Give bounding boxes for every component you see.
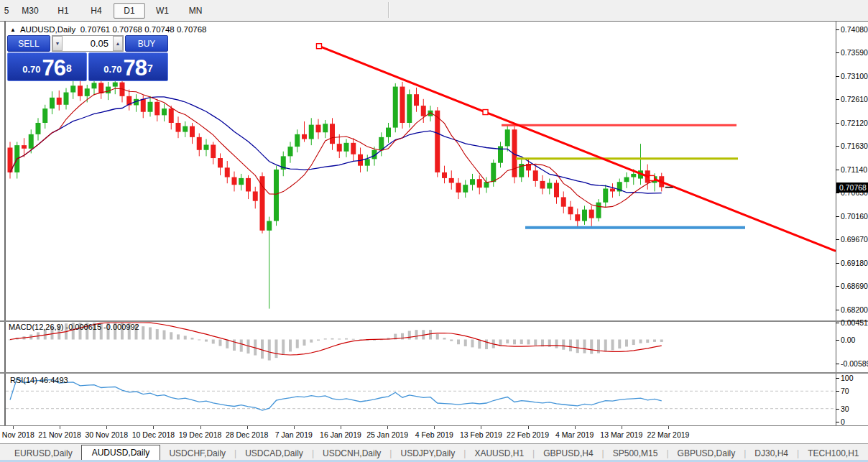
time-axis-label: 4 Mar 2019 [555, 430, 594, 439]
candle-body [631, 174, 636, 177]
time-axis-label: 28 Dec 2018 [226, 430, 269, 439]
macd-histogram-bar [212, 340, 215, 344]
candle-body [561, 197, 566, 206]
price-axis-label: 0.68200 [841, 305, 868, 314]
trendline-anchor-handle[interactable] [316, 44, 321, 49]
candle-body [596, 203, 601, 218]
time-axis[interactable]: 12 Nov 201821 Nov 201830 Nov 201810 Dec … [0, 426, 868, 443]
candle-body [624, 177, 629, 183]
price-axis-label: 0.71630 [841, 142, 868, 150]
time-axis-tick [13, 426, 14, 429]
macd-histogram-bar [310, 340, 313, 343]
candle-body [309, 125, 314, 139]
trendline-anchor-handle[interactable] [483, 110, 488, 115]
candle-body [435, 111, 440, 172]
symbol-tab-gbpusd[interactable]: GBPUSD,Daily [669, 445, 744, 461]
symbol-tab-sp500[interactable]: SP500,M15 [604, 445, 667, 461]
symbol-tab-tech100[interactable]: TECH100,H1 [799, 445, 867, 461]
candle-body [463, 185, 468, 193]
macd-histogram-bar [471, 340, 474, 348]
time-axis-label: 21 Nov 2018 [38, 430, 81, 439]
macd-histogram-bar [618, 340, 621, 349]
candle-body [316, 125, 321, 133]
timeframe-button-5[interactable]: 5 [1, 3, 13, 19]
sell-quote-panel[interactable]: 0.70 76 8 [7, 52, 87, 81]
candle-body [246, 178, 251, 192]
buy-quote-panel[interactable]: 0.70 78 7 [88, 52, 168, 81]
symbol-tab-usdjpy[interactable]: USDJPY,Daily [392, 445, 463, 461]
symbol-tab-usdcad[interactable]: USDCAD,Daily [236, 445, 312, 461]
candle-body [225, 167, 230, 177]
symbol-tab-gbpusd[interactable]: GBPUSD,H4 [535, 445, 601, 461]
current-price-badge: 0.70768 [836, 183, 868, 193]
volume-decrease-button[interactable]: ▼ [52, 36, 63, 51]
candle-body [50, 98, 55, 108]
price-axis-label: 0.74080 [841, 25, 868, 34]
candle-body [505, 129, 510, 146]
macd-histogram-bar [527, 340, 530, 345]
symbol-tab-dj30[interactable]: DJ30,H4 [746, 445, 797, 461]
macd-histogram-bar [569, 340, 572, 351]
candle-body [330, 124, 335, 144]
macd-histogram-bar [338, 338, 341, 339]
price-axis-tick [836, 76, 839, 77]
macd-label: MACD(12,26,9) -0.000615 -0.000992 [9, 323, 139, 331]
symbol-tab-xauusd[interactable]: XAUUSD,H1 [466, 445, 532, 461]
candle-body [239, 178, 244, 185]
candle-body [274, 170, 279, 221]
candle-body [456, 183, 461, 193]
macd-histogram-bar [513, 340, 516, 345]
volume-input[interactable] [63, 36, 113, 51]
candle-body [64, 93, 69, 105]
trendline-anchor-handle[interactable] [650, 175, 655, 180]
macd-histogram-bar [345, 338, 348, 340]
timeframe-button-w1[interactable]: W1 [147, 3, 178, 19]
candle-body [204, 144, 209, 149]
candle-body [603, 188, 608, 202]
macd-histogram-bar [520, 340, 523, 345]
candle-body [582, 210, 587, 221]
rsi-axis-label: 30 [841, 405, 849, 413]
candle-body [162, 108, 167, 115]
buy-button[interactable]: BUY [125, 35, 168, 52]
macd-histogram-bar [640, 340, 642, 343]
time-axis-label: 22 Feb 2019 [507, 430, 549, 439]
timeframe-button-d1[interactable]: D1 [114, 3, 145, 19]
sell-price-big: 76 [42, 57, 65, 79]
candle-body [70, 86, 75, 92]
candle-body [393, 87, 398, 128]
candle-body [554, 183, 559, 198]
macd-histogram-bar [576, 340, 579, 354]
candle-body [379, 137, 384, 150]
candle-body [22, 145, 27, 149]
rsi-axis-label: 0 [841, 417, 845, 426]
symbol-tab-usdchf[interactable]: USDCHF,Daily [160, 445, 234, 461]
symbol-tab-audusd[interactable]: AUDUSD,Daily [81, 445, 161, 461]
time-axis-tick [668, 426, 669, 429]
macd-histogram-bar [268, 340, 271, 361]
collapse-panel-icon[interactable]: ▲ [10, 27, 16, 33]
rsi-indicator-chart[interactable] [6, 374, 836, 425]
price-axis-label: 0.69670 [841, 235, 868, 244]
volume-increase-button[interactable]: ▲ [113, 36, 123, 51]
time-axis-label: 22 Mar 2019 [647, 430, 689, 439]
symbol-tab-eurusd[interactable]: EURUSD,Daily [6, 445, 81, 461]
timeframe-button-m30[interactable]: M30 [14, 3, 46, 19]
time-axis-tick [153, 426, 154, 429]
time-axis-label: 30 Nov 2018 [85, 430, 128, 439]
candle-body [302, 134, 307, 139]
sell-button[interactable]: SELL [7, 35, 50, 52]
rsi-axis-tick [836, 378, 839, 379]
candle-body [407, 94, 412, 123]
price-axis-tick [836, 193, 839, 193]
timeframe-button-mn[interactable]: MN [180, 3, 211, 19]
symbol-tab-usdcnh[interactable]: USDCNH,Daily [314, 445, 389, 461]
candle-body [36, 123, 41, 134]
macd-histogram-bar [324, 338, 327, 339]
timeframe-button-h1[interactable]: H1 [47, 3, 79, 19]
candle-body [253, 191, 258, 200]
fast-ma-line [10, 88, 662, 207]
price-axis-label: 0.73100 [841, 72, 868, 80]
timeframe-button-h4[interactable]: H4 [80, 3, 112, 19]
toolbar-separator [388, 2, 389, 18]
